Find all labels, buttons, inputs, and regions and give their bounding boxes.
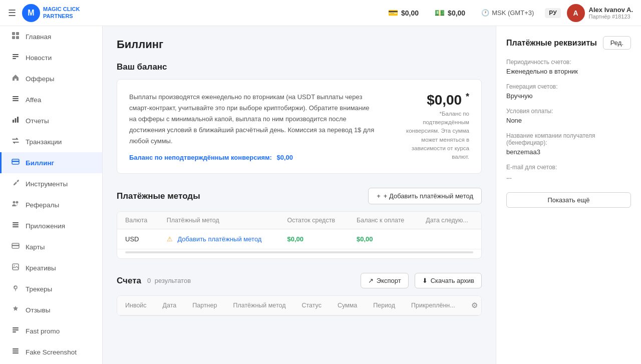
sidebar-item-offers[interactable]: Офферы	[0, 68, 102, 89]
svg-rect-28	[13, 348, 19, 349]
table-row: USD ⚠ Добавить платёжный метод $0,00 $0,…	[117, 229, 481, 249]
right-panel: Платёжные реквизиты Ред. Периодичность с…	[496, 26, 641, 364]
sidebar-item-billing[interactable]: Биллинг	[0, 152, 102, 173]
unconfirmed-label: Баланс по неподтверждённым конверсиям:	[129, 154, 272, 161]
sidebar-item-creatives[interactable]: Креативы	[0, 257, 102, 278]
sidebar-label-transactions: Транзакции	[26, 138, 62, 146]
sidebar-item-affea[interactable]: Affea	[0, 89, 102, 110]
rp-label-generation: Генерация счетов:	[506, 83, 631, 90]
fastpromo-icon	[11, 326, 21, 336]
rp-value-periodicity: Еженедельно в вторник	[506, 68, 631, 75]
avatar: А	[567, 4, 585, 22]
rp-value-generation: Вручную	[506, 92, 631, 100]
svg-rect-3	[16, 36, 19, 39]
sidebar-item-fastpromo[interactable]: Fast promo	[0, 320, 102, 341]
apps-icon	[11, 221, 21, 231]
balance-amount: $0,00 *	[427, 92, 469, 108]
sidebar-item-apps[interactable]: Приложения	[0, 215, 102, 236]
sidebar: Главная Новости Офферы Affea Отчеты	[0, 26, 103, 364]
col-currency: Валюта	[117, 212, 159, 229]
warning-icon: ⚠	[167, 235, 173, 243]
cell-currency: USD	[117, 229, 159, 249]
cell-method: ⚠ Добавить платёжный метод	[159, 229, 279, 249]
balance-section-title: Ваш баланс	[117, 62, 482, 72]
rp-label-conditions: Условия оплаты:	[506, 108, 631, 115]
payment-methods-header: Платёжные методы + + Добавить платёжный …	[117, 188, 482, 204]
referrals-icon	[11, 200, 21, 210]
sidebar-label-home: Главная	[26, 33, 51, 41]
rp-value-company: benzemaa3	[506, 148, 631, 156]
balance-wallet-value: $0,00	[401, 9, 419, 17]
partner-id: Партнёр #18123	[589, 14, 633, 20]
svg-rect-6	[13, 58, 16, 59]
sidebar-item-transactions[interactable]: Транзакции	[0, 131, 102, 152]
layout: Главная Новости Офферы Affea Отчеты	[0, 26, 641, 364]
fakescreenshot-icon	[11, 347, 21, 357]
sidebar-label-fastpromo: Fast promo	[26, 327, 60, 335]
reviews-icon	[11, 305, 21, 315]
rp-field-email: E-mail для счетов: ...	[506, 164, 631, 180]
svg-rect-1	[16, 32, 19, 35]
col-settings[interactable]: ⚙	[463, 296, 482, 315]
sidebar-item-news[interactable]: Новости	[0, 47, 102, 68]
main-content: Биллинг Ваш баланс Выплаты производятся …	[103, 26, 496, 364]
timezone-value: MSK (GMT+3)	[492, 9, 534, 17]
sidebar-label-billing: Биллинг	[26, 159, 54, 167]
cash-icon: 💵	[435, 8, 445, 18]
col-date: Дата	[155, 296, 185, 315]
col-status: Статус	[293, 296, 330, 315]
sidebar-item-tools[interactable]: Инструменты	[0, 173, 102, 194]
right-panel-title: Платёжные реквизиты	[506, 39, 597, 48]
rp-label-email: E-mail для счетов:	[506, 164, 631, 171]
trackers-icon	[11, 284, 21, 294]
col-invoice: Инвойс	[117, 296, 155, 315]
download-button[interactable]: ⬇ Скачать архив	[415, 273, 482, 288]
sidebar-label-creatives: Креативы	[26, 264, 56, 272]
rp-label-periodicity: Периодичность счетов:	[506, 59, 631, 66]
col-attached: Прикреплённ...	[403, 296, 463, 315]
sidebar-item-fakescreenshot[interactable]: Fake Screenshot	[0, 341, 102, 362]
invoices-header: Счета 0 результатов ↗ Экспорт ⬇ Скачать …	[117, 273, 482, 288]
menu-icon[interactable]: ☰	[8, 8, 16, 19]
rp-value-email: ...	[506, 173, 631, 180]
col-payment-method: Платёжный метод	[225, 296, 293, 315]
export-icon: ↗	[368, 277, 374, 284]
unconfirmed-value: $0,00	[277, 154, 293, 161]
user-menu[interactable]: А Alex Ivanov A. Партнёр #18123	[567, 4, 633, 22]
sidebar-item-reports[interactable]: Отчеты	[0, 110, 102, 131]
svg-point-23	[14, 265, 15, 266]
language-selector[interactable]: РУ	[545, 8, 560, 18]
svg-point-15	[13, 201, 16, 204]
sidebar-item-home[interactable]: Главная	[0, 26, 102, 47]
payment-methods-title: Платёжные методы	[117, 191, 200, 201]
svg-rect-4	[13, 54, 19, 55]
sidebar-item-trackers[interactable]: Трекеры	[0, 278, 102, 299]
sidebar-label-offers: Офферы	[26, 75, 54, 83]
timezone: 🕐 MSK (GMT+3)	[476, 9, 539, 17]
balance-note: *Баланс по подтверждённым конверсиям. Эт…	[394, 110, 469, 162]
balance-card: Выплаты производятся еженедельно по втор…	[117, 79, 482, 174]
add-payment-method-button[interactable]: + + Добавить платёжный метод	[368, 188, 482, 204]
svg-rect-5	[13, 56, 19, 57]
reports-icon	[11, 116, 21, 126]
sidebar-item-referrals[interactable]: Рефералы	[0, 194, 102, 215]
sidebar-label-trackers: Трекеры	[26, 285, 52, 293]
sidebar-item-reviews[interactable]: Отзывы	[0, 299, 102, 320]
add-payment-link[interactable]: Добавить платёжный метод	[177, 235, 261, 243]
wallet-icon: 💳	[388, 8, 398, 18]
gear-icon[interactable]: ⚙	[471, 301, 478, 309]
col-balance: Баланс к оплате	[349, 212, 418, 229]
svg-rect-25	[13, 327, 19, 328]
svg-rect-30	[13, 352, 19, 353]
balance-wallet: 💳 $0,00	[383, 8, 424, 18]
balance-text: Выплаты производятся еженедельно по втор…	[129, 92, 377, 147]
sidebar-label-cards: Карты	[26, 243, 45, 251]
balance-cash: 💵 $0,00	[430, 8, 470, 18]
svg-rect-0	[12, 32, 15, 35]
edit-button[interactable]: Ред.	[603, 36, 631, 50]
page-title: Биллинг	[117, 38, 482, 51]
sidebar-item-cards[interactable]: Карты	[0, 236, 102, 257]
show-more-button[interactable]: Показать ещё	[506, 192, 631, 208]
transactions-icon	[11, 137, 21, 147]
export-button[interactable]: ↗ Экспорт	[361, 273, 409, 288]
